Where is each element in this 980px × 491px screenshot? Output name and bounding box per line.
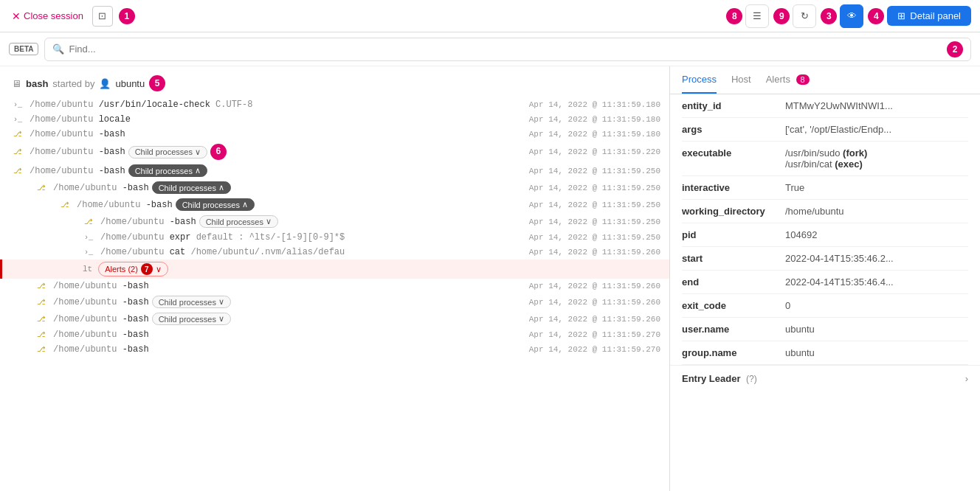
detail-field-args: args ['cat', '/opt/Elastic/Endp... xyxy=(682,118,968,142)
entry-leader-label: Entry Leader xyxy=(682,373,740,384)
child-processes-button[interactable]: Child processes ∧ xyxy=(176,198,255,211)
fork-icon: ⎇ xyxy=(35,184,47,192)
session-name: bash xyxy=(26,78,48,89)
child-processes-button[interactable]: Child processes ∨ xyxy=(199,215,278,228)
session-meta: started by xyxy=(52,78,94,89)
tab-host[interactable]: Host xyxy=(731,66,751,94)
process-row[interactable]: ›_ /home/ubuntu locale Apr 14, 2022 @ 11… xyxy=(0,112,669,127)
detail-field-groupname: group.name ubuntu xyxy=(682,341,968,365)
top-bar: ✕ Close session ⊡ 1 8 ☰ 9 ↻ 3 👁 4 xyxy=(0,0,980,32)
process-row[interactable]: ⎇ /home/ubuntu -bash Apr 14, 2022 @ 11:3… xyxy=(0,127,669,142)
search-icon: 🔍 xyxy=(52,43,64,55)
tab-process[interactable]: Process xyxy=(682,66,717,94)
entry-leader-row[interactable]: Entry Leader (?) › xyxy=(670,365,980,391)
tab-alerts-label: Alerts xyxy=(766,74,790,85)
child-processes-button[interactable]: Child processes ∧ xyxy=(152,181,231,194)
process-row[interactable]: ⎇ /home/ubuntu -bash Child processes ∧ A… xyxy=(0,196,669,213)
close-session-label: Close session xyxy=(24,10,83,21)
child-processes-button[interactable]: Child processes ∧ xyxy=(128,164,207,177)
eye-view-button[interactable]: 👁 xyxy=(840,4,863,28)
close-icon: ✕ xyxy=(12,10,21,22)
session-user: ubuntu xyxy=(115,78,145,89)
child-processes-label: Child processes xyxy=(159,298,216,307)
process-pane: 🖥 bash started by 👤 ubuntu 5 ›_ /home/ub… xyxy=(0,66,670,491)
detail-field-pid: pid 104692 xyxy=(682,223,968,247)
alert-bar xyxy=(0,260,2,279)
child-processes-button[interactable]: Child processes ∨ xyxy=(152,313,231,325)
detail-panel-button[interactable]: ⊞ Detail panel xyxy=(887,6,971,26)
badge-9: 9 xyxy=(773,8,790,24)
detail-field-exit-code: exit_code 0 xyxy=(682,294,968,318)
process-row[interactable]: ›_ /home/ubuntu cat /home/ubuntu/.nvm/al… xyxy=(0,245,669,260)
cmd-icon: ›_ xyxy=(12,101,24,109)
session-icon-button[interactable]: ⊡ xyxy=(92,6,113,27)
process-row[interactable]: ⎇ /home/ubuntu -bash Child processes ∧ A… xyxy=(0,162,669,179)
detail-field-start: start 2022-04-14T15:35:46.2... xyxy=(682,247,968,271)
child-processes-label: Child processes xyxy=(135,147,193,156)
process-row[interactable]: ⎇ /home/ubuntu -bash Child processes ∧ A… xyxy=(0,179,669,196)
chevron-up-icon: ∧ xyxy=(218,183,224,192)
process-row[interactable]: ⎇ /home/ubuntu -bash Child processes ∨ A… xyxy=(0,213,669,230)
top-bar-right: 8 ☰ 9 ↻ 3 👁 4 ⊞ Detail panel xyxy=(726,4,971,28)
main-container: 🖥 bash started by 👤 ubuntu 5 ›_ /home/ub… xyxy=(0,66,980,491)
fork-icon: ⎇ xyxy=(83,217,94,226)
monitor-icon: 🖥 xyxy=(12,78,21,89)
child-processes-label: Child processes xyxy=(159,184,216,192)
alerts-button[interactable]: Alerts (2) 7 ∨ xyxy=(98,262,168,276)
fork-icon: ⎇ xyxy=(12,147,24,156)
detail-field-executable: executable /usr/bin/sudo (fork) /usr/bin… xyxy=(682,142,968,176)
session-icon: ⊡ xyxy=(98,10,106,21)
process-row[interactable]: ⎇ /home/ubuntu -bash Apr 14, 2022 @ 11:3… xyxy=(0,279,669,293)
alerts-row[interactable]: lt Alerts (2) 7 ∨ xyxy=(0,260,669,279)
detail-panel: Process Host Alerts 8 entity_id MTMwY2Uw… xyxy=(670,66,980,491)
process-row[interactable]: ⎇ /home/ubuntu -bash Child processes ∨ A… xyxy=(0,310,669,327)
process-row[interactable]: ⎇ /home/ubuntu -bash Apr 14, 2022 @ 11:3… xyxy=(0,327,669,342)
tab-process-label: Process xyxy=(682,74,717,85)
fork-icon: ⎇ xyxy=(35,330,47,339)
detail-field-end: end 2022-04-14T15:35:46.4... xyxy=(682,271,968,294)
refresh-icon: ↻ xyxy=(801,10,809,21)
process-row[interactable]: ⎇ /home/ubuntu -bash Child processes ∨ A… xyxy=(0,293,669,310)
child-processes-label: Child processes xyxy=(135,167,193,175)
cmd-icon: ›_ xyxy=(83,234,94,242)
process-row[interactable]: ›_ /home/ubuntu /usr/bin/locale-check C.… xyxy=(0,97,669,112)
cmd-icon: ›_ xyxy=(83,248,94,257)
fork-icon: ⎇ xyxy=(35,345,47,354)
chevron-up-icon: ∧ xyxy=(195,166,201,175)
tab-alerts[interactable]: Alerts 8 xyxy=(766,66,810,94)
badge-1: 1 xyxy=(119,8,135,24)
session-header: 🖥 bash started by 👤 ubuntu 5 xyxy=(0,72,669,94)
child-processes-button[interactable]: Child processes ∨ xyxy=(152,296,231,308)
badge-8: 8 xyxy=(726,8,742,24)
alerts-count-badge: 8 xyxy=(796,74,810,85)
detail-body: entity_id MTMwY2UwNWItNWI1... args ['cat… xyxy=(670,94,980,365)
chevron-down-icon: ∨ xyxy=(218,314,224,324)
list-view-button[interactable]: ☰ xyxy=(745,4,769,28)
list-icon: ☰ xyxy=(753,10,762,21)
child-processes-label: Child processes xyxy=(182,201,240,209)
chevron-right-icon: › xyxy=(965,373,968,384)
help-icon: (?) xyxy=(746,374,757,384)
detail-field-interactive: interactive True xyxy=(682,176,968,200)
process-row[interactable]: ›_ /home/ubuntu expr default : ^lts/-[1-… xyxy=(0,230,669,245)
process-row[interactable]: ⎇ /home/ubuntu -bash Child processes ∨ 6… xyxy=(0,142,669,162)
chevron-up-icon: ∧ xyxy=(242,200,248,209)
badge-3: 3 xyxy=(821,8,837,24)
child-processes-button[interactable]: Child processes ∨ xyxy=(128,146,207,159)
badge-5: 5 xyxy=(149,75,165,91)
fork-icon: ⎇ xyxy=(12,130,24,139)
detail-tabs: Process Host Alerts 8 xyxy=(670,66,980,94)
detail-field-username: user.name ubuntu xyxy=(682,318,968,341)
search-input[interactable] xyxy=(69,43,942,55)
search-box[interactable]: 🔍 2 xyxy=(44,38,971,61)
fork-icon: ⎇ xyxy=(35,282,47,290)
fork-icon: ⎇ xyxy=(12,167,24,175)
chevron-down-icon: ∨ xyxy=(266,217,272,226)
top-bar-left: ✕ Close session ⊡ 1 xyxy=(9,6,135,27)
process-row[interactable]: ⎇ /home/ubuntu -bash Apr 14, 2022 @ 11:3… xyxy=(0,342,669,357)
chevron-down-icon: ∨ xyxy=(195,147,201,157)
child-processes-label: Child processes xyxy=(206,217,263,226)
tab-host-label: Host xyxy=(731,74,751,85)
refresh-button[interactable]: ↻ xyxy=(793,4,816,28)
close-session-button[interactable]: ✕ Close session xyxy=(9,9,86,24)
